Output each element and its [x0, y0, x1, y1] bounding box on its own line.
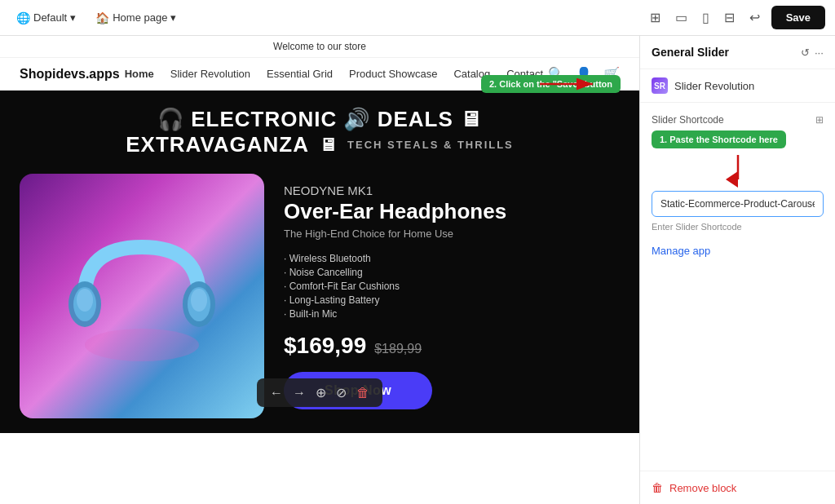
save-button[interactable]: Save [771, 6, 825, 29]
price-old: $189,99 [374, 342, 422, 356]
move-right-btn[interactable]: → [293, 386, 306, 400]
top-toolbar: 🌐 Default ▾ 🏠 Home page ▾ ⊞ ▭ ▯ ⊟ ↩ Save [0, 0, 835, 36]
panel-title: General Slider [652, 46, 729, 59]
slider-rev-abbr: SR [654, 82, 665, 91]
undo-btn[interactable]: ↩ [744, 7, 765, 29]
panel-body: Slider Shortcode ⊞ 1. Paste the Shortcod… [640, 103, 835, 471]
toolbar-left: 🌐 Default ▾ 🏠 Home page ▾ [10, 8, 183, 28]
feature-2: Noise Cancelling [284, 267, 620, 278]
save-callout-text: 2. Click on the "Save" button [489, 79, 612, 89]
nav-slider[interactable]: Slider Revolution [170, 68, 250, 80]
nav-grid[interactable]: Essential Grid [267, 68, 333, 80]
product-features: Wireless Bluetooth Noise Cancelling Comf… [284, 253, 620, 320]
product-tagline: The High-End Choice for Home Use [284, 228, 620, 240]
product-title: Over-Ear Headphones [284, 199, 620, 224]
panel-header-icons: ↺ ··· [801, 46, 824, 59]
homepage-dropdown[interactable]: 🏠 Home page ▾ [89, 8, 183, 28]
field-label-text: Slider Shortcode [652, 114, 724, 126]
editor-bottom-toolbar: ← → ⊕ ⊘ 🗑 [257, 378, 382, 407]
default-dropdown[interactable]: 🌐 Default ▾ [10, 8, 82, 28]
save-callout-bubble: 2. Click on the "Save" button [481, 75, 621, 93]
store-announcement: Welcome to our store [0, 36, 639, 58]
field-label-icon: ⊞ [815, 114, 824, 126]
svg-point-8 [85, 329, 199, 361]
delete-btn[interactable]: 🗑 [356, 386, 369, 400]
shortcode-input[interactable] [652, 191, 824, 217]
device-grid-btn[interactable]: ⊟ [719, 7, 740, 29]
price-current: $169,99 [284, 333, 366, 359]
right-panel: General Slider ↺ ··· SR Slider Revolutio… [639, 36, 835, 504]
panel-footer[interactable]: 🗑 Remove block [640, 471, 835, 504]
product-pricing: $169,99 $189,99 [284, 333, 620, 359]
product-subtitle: NEODYNE MK1 [284, 183, 620, 197]
device-desktop-btn[interactable]: ⊞ [645, 7, 665, 29]
homepage-label: Home page [113, 11, 167, 24]
slider-rev-icon: SR [652, 77, 668, 94]
paste-arrow-svg [722, 155, 754, 188]
trash-icon: 🗑 [652, 481, 663, 494]
chevron-down-icon-2: ▾ [170, 11, 176, 24]
hero-tech-text: TECH STEALS & THRILLS [347, 139, 514, 152]
device-mobile-btn[interactable]: ▯ [697, 7, 714, 29]
remove-block-label: Remove block [669, 482, 736, 494]
feature-5: Built-in Mic [284, 308, 620, 320]
field-hint: Enter Slider Shortcode [652, 222, 824, 232]
nav-home[interactable]: Home [125, 68, 154, 80]
toolbar-icons: ⊞ ▭ ▯ ⊟ ↩ [645, 7, 765, 29]
feature-1: Wireless Bluetooth [284, 253, 620, 264]
hero-extravaganza: EXTRAVAGANZA [126, 132, 309, 157]
paste-callout-container: 1. Paste the Shortcode here [652, 130, 824, 188]
editor-area[interactable]: 2. Click on the "Save" button Welcome to… [0, 36, 639, 504]
hero-line2: EXTRAVAGANZA 🖥 TECH STEALS & THRILLS [20, 132, 620, 157]
paste-shortcode-bubble: 1. Paste the Shortcode here [652, 130, 786, 148]
panel-more-btn[interactable]: ··· [815, 46, 824, 59]
panel-header: General Slider ↺ ··· [640, 36, 835, 69]
headphone-svg [60, 214, 223, 378]
panel-subheader: SR Slider Revolution [640, 69, 835, 103]
slider-rev-label: Slider Revolution [674, 80, 754, 92]
hero-product-image [20, 174, 264, 418]
add-element-btn[interactable]: ⊕ [316, 385, 326, 400]
store-logo: Shopidevs.apps [20, 67, 120, 82]
chevron-down-icon: ▾ [70, 11, 76, 24]
svg-point-7 [191, 289, 207, 312]
nav-product[interactable]: Product Showcase [349, 68, 437, 80]
field-label: Slider Shortcode ⊞ [652, 114, 824, 126]
feature-3: Comfort-Fit Ear Cushions [284, 281, 620, 292]
disable-btn[interactable]: ⊘ [336, 385, 347, 400]
main-area: 2. Click on the "Save" button Welcome to… [0, 36, 835, 504]
panel-refresh-btn[interactable]: ↺ [801, 46, 810, 59]
move-left-btn[interactable]: ← [270, 386, 283, 400]
svg-point-6 [77, 289, 93, 312]
hero-top-text: 🎧 ELECTRONIC 🔊 DEALS 🖥 EXTRAVAGANZA 🖥 TE… [20, 107, 620, 157]
device-tablet-btn[interactable]: ▭ [670, 7, 692, 29]
globe-icon: 🌐 [16, 11, 30, 24]
hero-line1: 🎧 ELECTRONIC 🔊 DEALS 🖥 [20, 107, 620, 132]
hero-banner: 🎧 ELECTRONIC 🔊 DEALS 🖥 EXTRAVAGANZA 🖥 TE… [0, 91, 639, 433]
toolbar-right: ⊞ ▭ ▯ ⊟ ↩ Save [645, 6, 825, 29]
feature-4: Long-Lasting Battery [284, 294, 620, 306]
store-nav-links: Home Slider Revolution Essential Grid Pr… [125, 68, 543, 80]
hero-product-info: NEODYNE MK1 Over-Ear Headphones The High… [284, 183, 620, 409]
manage-app-link[interactable]: Manage app [652, 245, 710, 257]
hero-emoji-monitor: 🖥 [319, 135, 338, 156]
store-preview: Welcome to our store Shopidevs.apps Home… [0, 36, 639, 504]
undo-icon: ↩ [749, 11, 760, 24]
default-label: Default [33, 11, 67, 24]
home-icon: 🏠 [95, 11, 109, 24]
